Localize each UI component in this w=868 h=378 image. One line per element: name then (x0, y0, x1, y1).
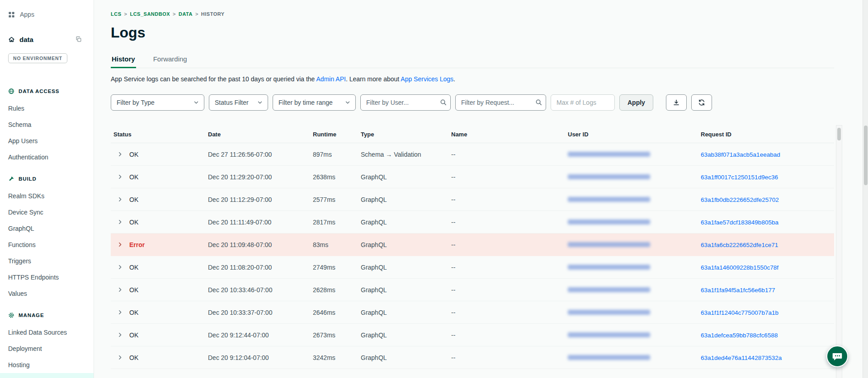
expand-chevron-icon[interactable] (117, 242, 123, 247)
admin-api-link[interactable]: Admin API (316, 75, 346, 83)
user-id-cell (568, 151, 701, 158)
sidebar-item-logs[interactable]: Logs (0, 373, 94, 378)
sidebar-item-authentication[interactable]: Authentication (0, 149, 94, 165)
request-id-link[interactable]: 63a1defcea59bb788cfc6588 (701, 332, 778, 339)
copy-icon[interactable] (75, 36, 85, 42)
breadcrumb-link-lcs[interactable]: LCS (111, 11, 122, 17)
window-scrollbar-thumb[interactable] (864, 126, 868, 185)
table-row[interactable]: OK Dec 20 10:33:37-07:00 2646ms GraphQL … (111, 301, 834, 324)
type-cell: GraphQL (361, 354, 451, 361)
table-row[interactable]: OK Dec 20 9:12:44-07:00 2673ms GraphQL -… (111, 324, 834, 346)
max-logs-input[interactable] (551, 94, 615, 111)
date-cell: Dec 20 9:12:44-07:00 (208, 331, 313, 339)
filter-by-request-input[interactable] (455, 94, 546, 111)
tab-history[interactable]: History (111, 55, 136, 68)
apply-button[interactable]: Apply (619, 94, 653, 111)
request-id-link[interactable]: 63a1ded4e76a11442873532a (701, 355, 782, 361)
user-id-redacted (568, 287, 650, 292)
time-range-dropdown[interactable]: Filter by time range (273, 94, 356, 111)
expand-chevron-icon[interactable] (117, 287, 123, 293)
table-row[interactable]: OK Dec 27 11:26:56-07:00 897ms Schema → … (111, 143, 834, 166)
status-cell: OK (111, 331, 208, 339)
status-text: OK (129, 196, 138, 203)
sidebar-item-hosting[interactable]: Hosting (0, 357, 94, 373)
filter-by-user-input[interactable] (360, 94, 451, 111)
expand-chevron-icon[interactable] (117, 151, 123, 157)
request-id-link[interactable]: 63a1fa6cb2226652dfe1ce71 (701, 242, 778, 248)
expand-chevron-icon[interactable] (117, 196, 123, 202)
sidebar-item-app-users[interactable]: App Users (0, 133, 94, 149)
user-id-cell (568, 354, 701, 361)
window-scrollbar[interactable] (863, 0, 868, 378)
refresh-logs-button[interactable] (691, 94, 712, 111)
sidebar-item-functions[interactable]: Functions (0, 237, 94, 253)
sidebar-item-https-endpoints[interactable]: HTTPS Endpoints (0, 269, 94, 285)
sidebar-item-triggers[interactable]: Triggers (0, 253, 94, 269)
request-id-link[interactable]: 63ab38f071a3acb5a1eeabad (701, 151, 780, 158)
expand-chevron-icon[interactable] (117, 332, 123, 338)
apps-nav[interactable]: Apps (0, 10, 94, 19)
chat-fab-button[interactable] (826, 345, 848, 367)
sidebar-item-realm-sdks[interactable]: Realm SDKs (0, 188, 94, 204)
runtime-cell: 897ms (313, 151, 361, 158)
app-services-logs-link[interactable]: App Services Logs (401, 75, 453, 83)
request-id-cell: 63a1fb0db2226652dfe25702 (701, 196, 834, 203)
type-cell: GraphQL (361, 219, 451, 226)
globe-icon (8, 88, 14, 94)
table-row[interactable]: OK Dec 20 11:08:20-07:00 2749ms GraphQL … (111, 256, 834, 279)
type-cell: GraphQL (361, 173, 451, 181)
table-row-error[interactable]: Error Dec 20 11:09:48-07:00 83ms GraphQL… (111, 233, 834, 256)
section-data-access: DATA ACCESS Rules Schema App Users Authe… (0, 86, 94, 165)
table-scrollbar-thumb[interactable] (837, 128, 841, 140)
user-id-cell (568, 196, 701, 203)
date-cell: Dec 20 11:29:20-07:00 (208, 173, 313, 181)
expand-chevron-icon[interactable] (117, 174, 123, 180)
request-id-cell: 63ab38f071a3acb5a1eeabad (701, 151, 834, 158)
expand-chevron-icon[interactable] (117, 219, 123, 225)
expand-chevron-icon[interactable] (117, 309, 123, 315)
type-cell: GraphQL (361, 286, 451, 294)
user-id-cell (568, 264, 701, 271)
sidebar-item-device-sync[interactable]: Device Sync (0, 204, 94, 220)
sidebar-item-deployment[interactable]: Deployment (0, 341, 94, 357)
section-label: MANAGE (19, 313, 44, 318)
sidebar-item-schema[interactable]: Schema (0, 117, 94, 133)
request-id-link[interactable]: 63a1ff0017c1250151d9ec36 (701, 174, 778, 181)
download-logs-button[interactable] (666, 94, 687, 111)
breadcrumb-link-lcs-sandbox[interactable]: LCS_SANDBOX (130, 11, 170, 17)
breadcrumb-link-data[interactable]: DATA (179, 11, 193, 17)
request-id-link[interactable]: 63a1f1f12404c775007b7a1b (701, 309, 778, 316)
table-row[interactable]: OK Dec 20 11:11:49-07:00 2817ms GraphQL … (111, 211, 834, 233)
status-text: OK (129, 309, 138, 316)
table-row[interactable]: OK Dec 20 10:33:46-07:00 2628ms GraphQL … (111, 279, 834, 301)
table-row[interactable]: OK Dec 20 11:12:29-07:00 2577ms GraphQL … (111, 188, 834, 211)
type-cell: GraphQL (361, 331, 451, 339)
column-header-user-id: User ID (568, 131, 701, 138)
request-id-cell: 63a1f1f12404c775007b7a1b (701, 309, 834, 316)
sidebar-item-rules[interactable]: Rules (0, 100, 94, 117)
status-filter-dropdown[interactable]: Status Filter (209, 94, 268, 111)
environment-badge[interactable]: NO ENVIRONMENT (8, 53, 67, 63)
request-id-cell: 63a1ded4e76a11442873532a (701, 354, 834, 361)
app-name: data (19, 36, 33, 43)
user-id-cell (568, 173, 701, 181)
filters-bar: Filter by Type Status Filter Filter by t… (111, 94, 868, 111)
name-cell: -- (451, 309, 568, 316)
table-row[interactable]: OK Dec 20 9:12:04-07:00 3242ms GraphQL -… (111, 346, 834, 369)
user-id-redacted (568, 332, 650, 337)
request-id-cell: 63a1defcea59bb788cfc6588 (701, 331, 834, 339)
request-id-link[interactable]: 63a1fae57dcf183849b805ba (701, 219, 778, 226)
expand-chevron-icon[interactable] (117, 355, 123, 360)
sidebar-item-values[interactable]: Values (0, 285, 94, 302)
sidebar-item-linked-data-sources[interactable]: Linked Data Sources (0, 324, 94, 341)
tab-forwarding[interactable]: Forwarding (152, 55, 188, 68)
filter-by-type-dropdown[interactable]: Filter by Type (111, 94, 204, 111)
sidebar-item-graphql[interactable]: GraphQL (0, 220, 94, 237)
request-id-link[interactable]: 63a1fb0db2226652dfe25702 (701, 196, 779, 203)
user-id-redacted (568, 219, 650, 224)
request-id-link[interactable]: 63a1f1fa94f5a1fc56e6b177 (701, 287, 775, 294)
table-scrollbar[interactable] (836, 125, 842, 378)
expand-chevron-icon[interactable] (117, 264, 123, 270)
request-id-link[interactable]: 63a1fa146009228b1550c78f (701, 264, 778, 271)
table-row[interactable]: OK Dec 20 11:29:20-07:00 2638ms GraphQL … (111, 166, 834, 188)
